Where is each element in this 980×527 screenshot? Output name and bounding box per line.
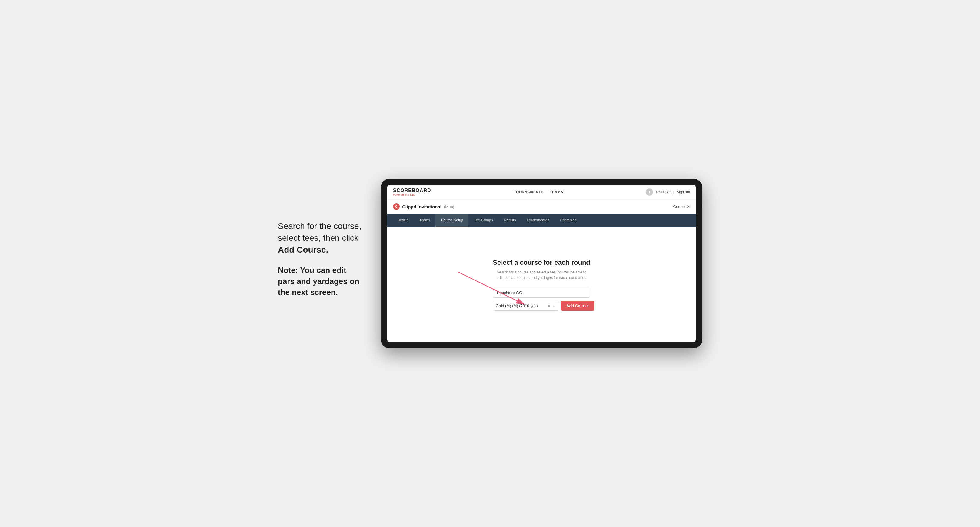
tee-clear-button[interactable]: ✕ <box>547 303 552 308</box>
logo-area: SCOREBOARD Powered by clippd <box>393 188 431 196</box>
tab-results[interactable]: Results <box>498 214 521 227</box>
user-avatar: T <box>646 188 653 196</box>
annotation-note: Note: You can edit pars and yardages on … <box>278 265 363 298</box>
add-course-button[interactable]: Add Course <box>561 301 594 311</box>
tee-chevron-button[interactable]: ⌄ <box>552 304 556 308</box>
sign-out-link[interactable]: Sign out <box>677 190 690 194</box>
tournament-icon: C <box>393 203 400 210</box>
tournament-name: Clippd Invitational <box>402 204 442 209</box>
cancel-label: Cancel <box>673 205 686 209</box>
tee-select-row: ✕ ⌄ Add Course <box>493 301 590 311</box>
main-content: Select a course for each round Search fo… <box>387 227 696 342</box>
annotation-line1: Search for the course, select tees, then… <box>278 220 363 256</box>
cancel-button[interactable]: Cancel ✕ <box>673 205 690 209</box>
logo-title: SCOREBOARD <box>393 188 431 193</box>
course-search-input[interactable] <box>493 288 590 298</box>
tab-printables[interactable]: Printables <box>555 214 582 227</box>
tab-leaderboards[interactable]: Leaderboards <box>521 214 555 227</box>
tee-select-input[interactable] <box>496 301 547 310</box>
annotation-panel: Search for the course, select tees, then… <box>278 220 363 307</box>
tab-bar: Details Teams Course Setup Tee Groups Re… <box>387 214 696 227</box>
logo-subtitle: Powered by clippd <box>393 193 431 196</box>
pipe: | <box>673 190 674 194</box>
user-name: Test User <box>655 190 671 194</box>
tournament-header: C Clippd Invitational (Men) Cancel ✕ <box>387 200 696 214</box>
user-area: T Test User | Sign out <box>646 188 690 196</box>
tournament-sub: (Men) <box>444 205 454 209</box>
tab-teams[interactable]: Teams <box>414 214 436 227</box>
course-select-title: Select a course for each round <box>493 259 590 267</box>
annotation-bold: Add Course. <box>278 245 328 254</box>
tablet-device: SCOREBOARD Powered by clippd TOURNAMENTS… <box>381 179 702 348</box>
page-wrapper: Search for the course, select tees, then… <box>278 179 702 348</box>
course-select-desc: Search for a course and select a tee. Yo… <box>496 270 587 281</box>
top-nav: SCOREBOARD Powered by clippd TOURNAMENTS… <box>387 185 696 200</box>
nav-tournaments[interactable]: TOURNAMENTS <box>514 189 544 195</box>
cancel-icon: ✕ <box>687 205 690 209</box>
tee-input-wrapper: ✕ ⌄ <box>493 301 558 311</box>
tablet-screen: SCOREBOARD Powered by clippd TOURNAMENTS… <box>387 185 696 342</box>
tab-details[interactable]: Details <box>392 214 414 227</box>
tournament-title-row: C Clippd Invitational (Men) <box>393 203 454 210</box>
tab-tee-groups[interactable]: Tee Groups <box>468 214 498 227</box>
nav-teams[interactable]: TEAMS <box>550 189 563 195</box>
main-nav: TOURNAMENTS TEAMS <box>514 189 563 195</box>
tab-course-setup[interactable]: Course Setup <box>436 214 468 227</box>
